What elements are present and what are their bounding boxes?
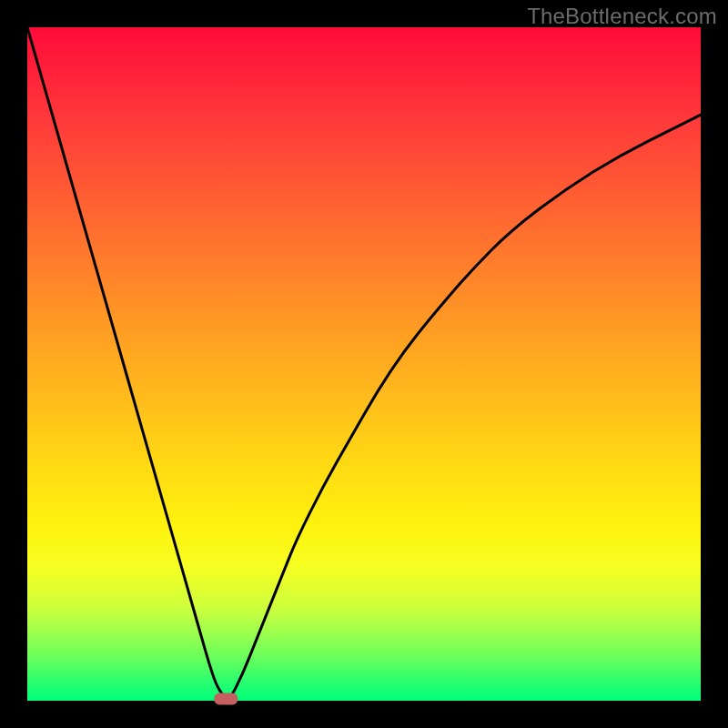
plot-area [27, 27, 701, 701]
curve-svg [27, 27, 701, 701]
watermark-text: TheBottleneck.com [527, 4, 717, 29]
bottleneck-curve [27, 27, 701, 699]
chart-frame: TheBottleneck.com [0, 0, 728, 728]
optimal-marker [214, 693, 238, 705]
